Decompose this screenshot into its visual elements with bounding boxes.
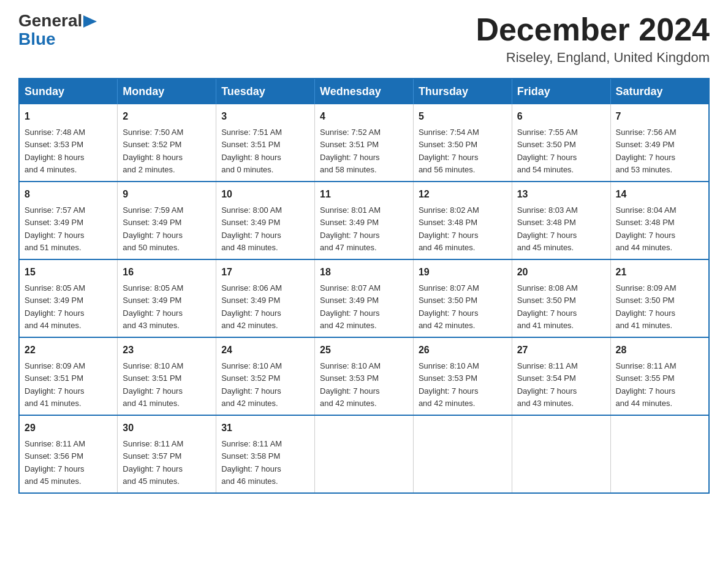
calendar-day-9: 9 Sunrise: 7:59 AMSunset: 3:49 PMDayligh… xyxy=(118,182,216,259)
logo-general: General xyxy=(18,12,82,29)
day-info: Sunrise: 8:04 AMSunset: 3:48 PMDaylight:… xyxy=(616,205,677,252)
calendar-day-15: 15 Sunrise: 8:05 AMSunset: 3:49 PMDaylig… xyxy=(19,259,118,337)
day-info: Sunrise: 8:05 AMSunset: 3:49 PMDaylight:… xyxy=(123,283,183,330)
calendar-day-5: 5 Sunrise: 7:54 AMSunset: 3:50 PMDayligh… xyxy=(413,104,512,182)
day-number: 28 xyxy=(616,343,703,358)
calendar-day-21: 21 Sunrise: 8:09 AMSunset: 3:50 PMDaylig… xyxy=(610,259,709,337)
day-number: 15 xyxy=(25,265,112,280)
day-info: Sunrise: 8:09 AMSunset: 3:51 PMDaylight:… xyxy=(25,361,85,408)
logo: General Blue xyxy=(18,12,97,49)
day-number: 2 xyxy=(123,109,211,124)
day-number: 29 xyxy=(25,421,112,435)
day-number: 11 xyxy=(320,187,408,202)
day-info: Sunrise: 8:11 AMSunset: 3:55 PMDaylight:… xyxy=(616,361,677,408)
calendar-day-19: 19 Sunrise: 8:07 AMSunset: 3:50 PMDaylig… xyxy=(413,259,512,337)
day-number: 18 xyxy=(320,265,408,280)
title-section: December 2024 Riseley, England, United K… xyxy=(476,12,710,66)
day-number: 16 xyxy=(123,265,211,280)
logo-blue: Blue xyxy=(18,29,56,49)
day-number: 14 xyxy=(616,187,703,202)
day-info: Sunrise: 8:07 AMSunset: 3:49 PMDaylight:… xyxy=(320,283,381,330)
calendar-day-22: 22 Sunrise: 8:09 AMSunset: 3:51 PMDaylig… xyxy=(19,337,118,415)
calendar-day-8: 8 Sunrise: 7:57 AMSunset: 3:49 PMDayligh… xyxy=(19,182,118,259)
weekday-header-sunday: Sunday xyxy=(19,79,118,104)
day-info: Sunrise: 8:08 AMSunset: 3:50 PMDaylight:… xyxy=(517,283,578,330)
weekday-header-friday: Friday xyxy=(512,79,610,104)
day-number: 3 xyxy=(221,109,309,124)
logo-triangle-icon xyxy=(83,15,97,28)
day-number: 17 xyxy=(221,265,309,280)
day-number: 25 xyxy=(320,343,408,358)
day-info: Sunrise: 7:55 AMSunset: 3:50 PMDaylight:… xyxy=(517,128,578,174)
calendar-day-18: 18 Sunrise: 8:07 AMSunset: 3:49 PMDaylig… xyxy=(315,259,414,337)
empty-cell xyxy=(512,415,610,493)
calendar-day-12: 12 Sunrise: 8:02 AMSunset: 3:48 PMDaylig… xyxy=(413,182,512,259)
calendar-day-13: 13 Sunrise: 8:03 AMSunset: 3:48 PMDaylig… xyxy=(512,182,610,259)
day-number: 20 xyxy=(517,265,605,280)
day-number: 30 xyxy=(123,421,211,435)
day-number: 21 xyxy=(616,265,703,280)
weekday-header-thursday: Thursday xyxy=(413,79,512,104)
day-number: 24 xyxy=(221,343,309,358)
calendar-day-30: 30 Sunrise: 8:11 AMSunset: 3:57 PMDaylig… xyxy=(118,415,216,493)
svg-marker-0 xyxy=(83,15,97,28)
empty-cell xyxy=(413,415,512,493)
weekday-header-wednesday: Wednesday xyxy=(315,79,414,104)
day-number: 13 xyxy=(517,187,605,202)
calendar-week-2: 8 Sunrise: 7:57 AMSunset: 3:49 PMDayligh… xyxy=(19,182,709,259)
calendar-day-2: 2 Sunrise: 7:50 AMSunset: 3:52 PMDayligh… xyxy=(118,104,216,182)
calendar-day-14: 14 Sunrise: 8:04 AMSunset: 3:48 PMDaylig… xyxy=(610,182,709,259)
day-number: 26 xyxy=(419,343,507,358)
day-info: Sunrise: 8:07 AMSunset: 3:50 PMDaylight:… xyxy=(419,283,479,330)
day-number: 9 xyxy=(123,187,211,202)
day-info: Sunrise: 7:56 AMSunset: 3:49 PMDaylight:… xyxy=(616,128,677,174)
day-info: Sunrise: 8:11 AMSunset: 3:54 PMDaylight:… xyxy=(517,361,578,408)
day-info: Sunrise: 8:02 AMSunset: 3:48 PMDaylight:… xyxy=(419,205,479,252)
page-header: General Blue December 2024 Riseley, Engl… xyxy=(18,12,710,66)
day-number: 7 xyxy=(616,109,703,124)
day-info: Sunrise: 8:00 AMSunset: 3:49 PMDaylight:… xyxy=(221,205,282,252)
calendar-day-3: 3 Sunrise: 7:51 AMSunset: 3:51 PMDayligh… xyxy=(216,104,315,182)
day-info: Sunrise: 7:50 AMSunset: 3:52 PMDaylight:… xyxy=(123,128,183,174)
calendar-header-row: SundayMondayTuesdayWednesdayThursdayFrid… xyxy=(19,79,709,104)
day-number: 27 xyxy=(517,343,605,358)
calendar-day-4: 4 Sunrise: 7:52 AMSunset: 3:51 PMDayligh… xyxy=(315,104,414,182)
calendar-day-16: 16 Sunrise: 8:05 AMSunset: 3:49 PMDaylig… xyxy=(118,259,216,337)
calendar-day-1: 1 Sunrise: 7:48 AMSunset: 3:53 PMDayligh… xyxy=(19,104,118,182)
day-info: Sunrise: 8:06 AMSunset: 3:49 PMDaylight:… xyxy=(221,283,282,330)
day-info: Sunrise: 8:10 AMSunset: 3:53 PMDaylight:… xyxy=(419,361,479,408)
calendar-table: SundayMondayTuesdayWednesdayThursdayFrid… xyxy=(18,78,710,494)
calendar-day-17: 17 Sunrise: 8:06 AMSunset: 3:49 PMDaylig… xyxy=(216,259,315,337)
calendar-day-25: 25 Sunrise: 8:10 AMSunset: 3:53 PMDaylig… xyxy=(315,337,414,415)
calendar-day-29: 29 Sunrise: 8:11 AMSunset: 3:56 PMDaylig… xyxy=(19,415,118,493)
calendar-day-11: 11 Sunrise: 8:01 AMSunset: 3:49 PMDaylig… xyxy=(315,182,414,259)
day-info: Sunrise: 8:09 AMSunset: 3:50 PMDaylight:… xyxy=(616,283,677,330)
day-info: Sunrise: 7:59 AMSunset: 3:49 PMDaylight:… xyxy=(123,205,183,252)
weekday-header-saturday: Saturday xyxy=(610,79,709,104)
calendar-day-24: 24 Sunrise: 8:10 AMSunset: 3:52 PMDaylig… xyxy=(216,337,315,415)
day-number: 12 xyxy=(419,187,507,202)
calendar-day-7: 7 Sunrise: 7:56 AMSunset: 3:49 PMDayligh… xyxy=(610,104,709,182)
day-info: Sunrise: 8:05 AMSunset: 3:49 PMDaylight:… xyxy=(25,283,85,330)
day-number: 8 xyxy=(25,187,112,202)
day-info: Sunrise: 8:11 AMSunset: 3:58 PMDaylight:… xyxy=(221,439,282,486)
day-number: 22 xyxy=(25,343,112,358)
calendar-day-31: 31 Sunrise: 8:11 AMSunset: 3:58 PMDaylig… xyxy=(216,415,315,493)
day-number: 23 xyxy=(123,343,211,358)
day-number: 31 xyxy=(221,421,309,435)
day-info: Sunrise: 8:10 AMSunset: 3:53 PMDaylight:… xyxy=(320,361,381,408)
calendar-week-5: 29 Sunrise: 8:11 AMSunset: 3:56 PMDaylig… xyxy=(19,415,709,493)
day-info: Sunrise: 8:11 AMSunset: 3:57 PMDaylight:… xyxy=(123,439,183,486)
month-title: December 2024 xyxy=(476,12,710,47)
day-info: Sunrise: 8:03 AMSunset: 3:48 PMDaylight:… xyxy=(517,205,578,252)
calendar-week-3: 15 Sunrise: 8:05 AMSunset: 3:49 PMDaylig… xyxy=(19,259,709,337)
day-info: Sunrise: 7:52 AMSunset: 3:51 PMDaylight:… xyxy=(320,128,381,174)
empty-cell xyxy=(610,415,709,493)
location: Riseley, England, United Kingdom xyxy=(476,50,710,66)
calendar-day-28: 28 Sunrise: 8:11 AMSunset: 3:55 PMDaylig… xyxy=(610,337,709,415)
calendar-day-20: 20 Sunrise: 8:08 AMSunset: 3:50 PMDaylig… xyxy=(512,259,610,337)
day-info: Sunrise: 7:48 AMSunset: 3:53 PMDaylight:… xyxy=(25,128,85,174)
calendar-week-1: 1 Sunrise: 7:48 AMSunset: 3:53 PMDayligh… xyxy=(19,104,709,182)
day-number: 1 xyxy=(25,109,112,124)
day-info: Sunrise: 7:54 AMSunset: 3:50 PMDaylight:… xyxy=(419,128,479,174)
